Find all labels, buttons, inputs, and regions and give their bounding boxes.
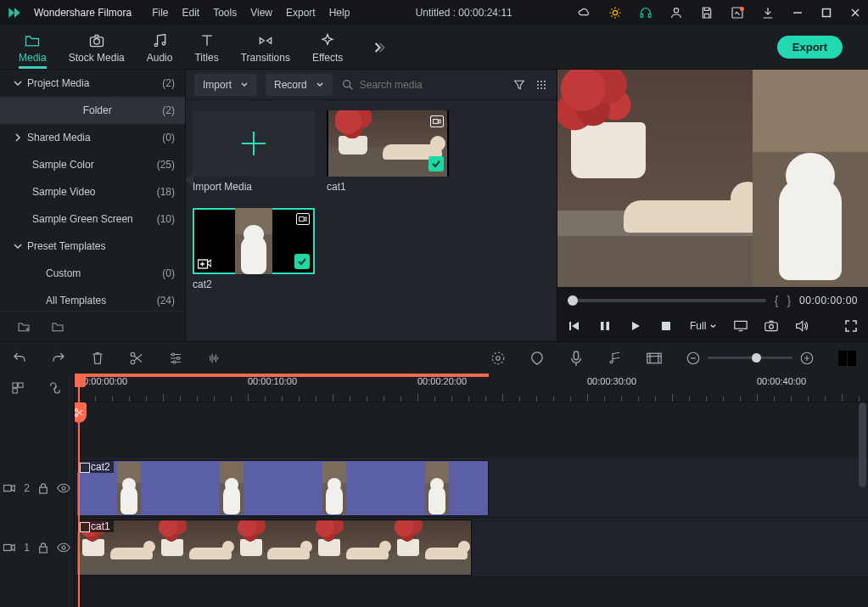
chevron-down-icon xyxy=(316,81,324,89)
keyframe-icon[interactable] xyxy=(647,351,662,366)
track-lane-1[interactable]: cat1 xyxy=(75,518,868,577)
display-icon[interactable] xyxy=(734,319,748,333)
tab-audio[interactable]: Audio xyxy=(147,32,173,69)
close-button[interactable] xyxy=(849,7,861,19)
user-icon[interactable] xyxy=(669,6,683,20)
sidebar-item-folder[interactable]: Folder (2) xyxy=(0,97,185,124)
filter-icon[interactable] xyxy=(512,78,526,92)
audio-mix-icon[interactable] xyxy=(608,351,623,366)
transition-icon xyxy=(257,32,274,49)
sidebar-item-count: (18) xyxy=(157,186,175,198)
render-icon[interactable] xyxy=(490,351,506,366)
folder-icon[interactable] xyxy=(51,320,64,334)
sidebar-item-custom[interactable]: Custom (0) xyxy=(0,260,185,287)
mark-in-button[interactable]: { xyxy=(775,294,779,307)
new-folder-icon[interactable] xyxy=(17,320,31,334)
menu-view[interactable]: View xyxy=(250,7,272,19)
scissors-icon[interactable] xyxy=(75,402,87,423)
marker-icon[interactable] xyxy=(529,351,545,366)
clip-cat1[interactable]: cat1 xyxy=(76,520,472,576)
zoom-in-button[interactable] xyxy=(799,351,815,366)
svg-point-12 xyxy=(537,81,539,82)
media-item-cat1[interactable]: cat1 xyxy=(327,110,449,193)
stop-button[interactable] xyxy=(659,319,673,333)
mark-out-button[interactable]: } xyxy=(787,294,791,307)
preview-viewport[interactable] xyxy=(557,70,868,287)
zoom-fit-button[interactable] xyxy=(838,351,856,366)
split-button[interactable] xyxy=(129,351,144,366)
export-button[interactable]: Export xyxy=(777,36,843,59)
link-icon[interactable] xyxy=(48,381,63,395)
svg-rect-40 xyxy=(647,353,661,363)
sidebar-item-label: Custom xyxy=(46,267,162,279)
download-icon[interactable] xyxy=(761,6,775,20)
sidebar-item-all-templates[interactable]: All Templates (24) xyxy=(0,287,185,311)
play-pause-button[interactable] xyxy=(598,319,612,333)
music-icon xyxy=(151,32,168,49)
eye-icon[interactable] xyxy=(57,542,70,553)
zoom-out-button[interactable] xyxy=(686,351,701,366)
lock-icon[interactable] xyxy=(38,542,48,554)
sun-icon[interactable] xyxy=(608,6,622,20)
sidebar-item-sample-color[interactable]: Sample Color (25) xyxy=(0,151,185,178)
volume-icon[interactable] xyxy=(795,319,809,333)
quality-dropdown[interactable]: Full xyxy=(690,320,717,332)
add-to-timeline-icon[interactable] xyxy=(198,257,211,269)
svg-point-3 xyxy=(674,8,678,13)
minimize-button[interactable] xyxy=(792,7,804,19)
menu-file[interactable]: File xyxy=(152,7,168,19)
clip-cat2[interactable]: cat2 xyxy=(76,460,489,516)
menu-tools[interactable]: Tools xyxy=(213,7,237,19)
sidebar-item-shared-media[interactable]: Shared Media (0) xyxy=(0,124,185,151)
headphones-icon[interactable] xyxy=(639,6,652,20)
menu-edit[interactable]: Edit xyxy=(182,7,200,19)
tab-label: Audio xyxy=(147,52,173,64)
save-icon[interactable] xyxy=(700,6,714,20)
voiceover-icon[interactable] xyxy=(568,351,584,366)
sidebar-item-sample-video[interactable]: Sample Video (18) xyxy=(0,178,185,205)
timeline-ruler[interactable]: 00:00:00:00 00:00:10:00 00:00:20:00 00:0… xyxy=(75,374,868,402)
zoom-slider[interactable] xyxy=(708,357,792,359)
media-item-cat2[interactable]: cat2 xyxy=(193,208,315,290)
undo-button[interactable] xyxy=(12,351,27,366)
maximize-button[interactable] xyxy=(820,7,832,19)
lock-icon[interactable] xyxy=(38,482,48,494)
track-lane-2[interactable]: cat2 xyxy=(75,458,868,518)
settings-icon[interactable] xyxy=(168,351,183,366)
play-button[interactable] xyxy=(629,319,642,333)
redo-button[interactable] xyxy=(51,351,66,366)
app-logo xyxy=(7,5,22,20)
import-media-tile[interactable]: Import Media xyxy=(193,110,315,193)
tab-titles[interactable]: Titles xyxy=(194,32,218,69)
menu-help[interactable]: Help xyxy=(329,7,350,19)
timeline-scrollbar[interactable] xyxy=(859,374,866,607)
import-dropdown[interactable]: Import xyxy=(194,74,257,96)
quality-label: Full xyxy=(690,320,706,332)
menu-export[interactable]: Export xyxy=(286,7,316,19)
audio-wave-icon[interactable] xyxy=(207,351,222,366)
sidebar-item-project-media[interactable]: Project Media (2) xyxy=(0,70,185,97)
eye-icon[interactable] xyxy=(57,483,70,493)
tab-effects[interactable]: Effects xyxy=(312,32,343,69)
fullscreen-icon[interactable] xyxy=(844,319,858,333)
tab-stock-media[interactable]: Stock Media xyxy=(69,32,125,69)
delete-button[interactable] xyxy=(90,351,105,366)
timeline-options-icon[interactable] xyxy=(11,381,25,395)
sidebar-item-sample-green-screen[interactable]: Sample Green Screen (10) xyxy=(0,205,185,233)
edit-box-icon[interactable] xyxy=(731,6,744,20)
svg-point-16 xyxy=(540,84,542,86)
sidebar-item-preset-templates[interactable]: Preset Templates xyxy=(0,233,185,260)
svg-point-0 xyxy=(613,10,617,14)
snapshot-icon[interactable] xyxy=(764,319,778,333)
grid-view-icon[interactable] xyxy=(535,78,548,92)
record-dropdown[interactable]: Record xyxy=(266,74,333,96)
step-back-button[interactable] xyxy=(568,319,581,333)
tab-media[interactable]: Media xyxy=(19,32,47,69)
cloud-icon[interactable] xyxy=(578,6,591,20)
svg-rect-50 xyxy=(40,547,48,553)
search-input[interactable] xyxy=(360,79,462,91)
tab-transitions[interactable]: Transitions xyxy=(241,32,290,69)
timeline-playhead[interactable] xyxy=(78,387,80,607)
more-tabs-button[interactable] xyxy=(370,39,387,56)
preview-scrubber[interactable] xyxy=(568,299,766,302)
